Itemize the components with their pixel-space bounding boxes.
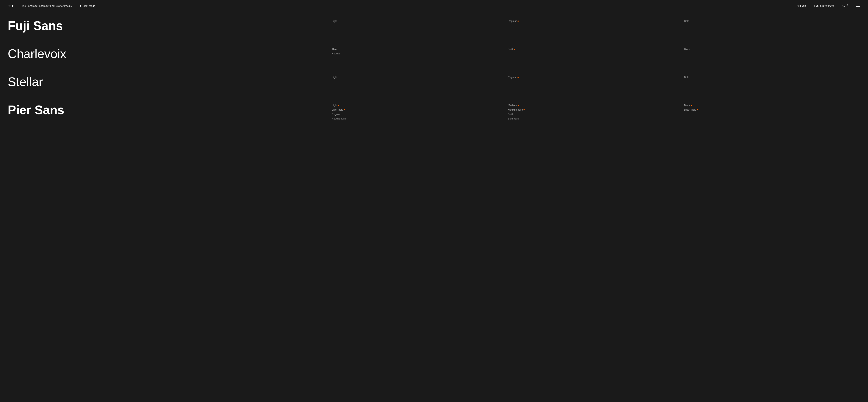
weight-item[interactable]: Bold — [508, 113, 684, 115]
weight-item[interactable]: Regular — [508, 76, 684, 79]
light-mode-toggle[interactable]: Light Mode — [80, 4, 95, 7]
weight-col-stellar-1: Light — [332, 76, 508, 79]
weight-item[interactable]: Bold — [684, 20, 860, 23]
in-pack-dot-icon — [518, 21, 519, 22]
weight-item[interactable]: Medium Italic — [508, 108, 684, 111]
font-name-col-pier: Pier Sans — [8, 104, 332, 116]
font-row-stellar: Stellar Light Regular Bold — [8, 68, 860, 96]
in-pack-dot-icon — [518, 105, 519, 106]
weight-col-charlevoix-3: Black — [684, 47, 860, 55]
hamburger-icon[interactable] — [856, 5, 860, 7]
weights-area-charlevoix: Thin Regular Bold Black — [332, 47, 860, 55]
light-mode-dot-icon — [80, 5, 81, 7]
font-name-col-fuji: Fuji Sans — [8, 20, 332, 32]
weight-item[interactable]: Bold — [508, 47, 684, 51]
font-name-pier-sans[interactable]: Pier Sans — [8, 104, 328, 116]
font-starter-pack-link[interactable]: Font Starter Pack — [814, 4, 834, 7]
in-pack-dot-icon — [338, 105, 339, 106]
weight-item[interactable]: Regular — [508, 20, 684, 23]
hamburger-line-1 — [856, 5, 860, 5]
weight-item[interactable]: Black — [684, 104, 860, 107]
font-name-stellar[interactable]: Stellar — [8, 76, 328, 88]
in-pack-dot-icon — [518, 77, 519, 78]
weight-item[interactable]: Light — [332, 76, 508, 79]
weight-col-pier-1: Light Light Italic Regular Regular Itali… — [332, 104, 508, 120]
weight-col-pier-2: Medium Medium Italic Bold Bold Italic — [508, 104, 684, 120]
weight-item[interactable]: Black — [684, 47, 860, 51]
weight-item[interactable]: Regular — [332, 52, 508, 55]
page-title: The Pangram Pangram® Font Starter Pack 5 — [22, 4, 72, 7]
weights-area-stellar: Light Regular Bold — [332, 76, 860, 79]
in-pack-dot-icon — [691, 105, 692, 106]
in-pack-dot-icon — [344, 109, 345, 110]
weight-item[interactable]: Bold Italic — [508, 117, 684, 120]
weights-area-fuji: Light Regular Bold — [332, 20, 860, 23]
weight-item[interactable]: Regular Italic — [332, 117, 508, 120]
logo-dot: • — [11, 4, 12, 7]
in-pack-dot-icon — [697, 109, 698, 110]
weight-item[interactable]: Light — [332, 20, 508, 23]
weight-col-fuji-2: Regular — [508, 20, 684, 23]
navbar-left: PP•F The Pangram Pangram® Font Starter P… — [8, 4, 95, 7]
weight-col-stellar-3: Bold — [684, 76, 860, 79]
weight-item[interactable]: Light Italic — [332, 108, 508, 111]
all-fonts-link[interactable]: All Fonts — [797, 4, 807, 7]
navbar-right: All Fonts Font Starter Pack Cart 0 — [797, 4, 860, 7]
font-row-fuji-sans: Fuji Sans Light Regular Bold — [8, 12, 860, 40]
weight-item[interactable]: Bold — [684, 76, 860, 79]
weights-area-pier: Light Light Italic Regular Regular Itali… — [332, 104, 860, 120]
font-row-charlevoix: Charlevoix Thin Regular Bold Black — [8, 40, 860, 68]
hamburger-line-2 — [856, 6, 860, 7]
cart-label[interactable]: Cart 0 — [842, 4, 848, 7]
weight-col-charlevoix-2: Bold — [508, 47, 684, 55]
navbar: PP•F The Pangram Pangram® Font Starter P… — [0, 0, 868, 12]
logo[interactable]: PP•F — [8, 4, 14, 7]
weight-col-pier-3: Black Black Italic — [684, 104, 860, 120]
weight-col-fuji-3: Bold — [684, 20, 860, 23]
font-list: Fuji Sans Light Regular Bold Charlevoix … — [0, 12, 868, 128]
weight-item[interactable]: Medium — [508, 104, 684, 107]
weight-item[interactable]: Black Italic — [684, 108, 860, 111]
light-mode-label: Light Mode — [83, 4, 95, 7]
font-name-fuji-sans[interactable]: Fuji Sans — [8, 20, 328, 32]
font-name-col-charlevoix: Charlevoix — [8, 47, 332, 60]
font-name-charlevoix[interactable]: Charlevoix — [8, 47, 328, 60]
weight-col-stellar-2: Regular — [508, 76, 684, 79]
weight-col-charlevoix-1: Thin Regular — [332, 47, 508, 55]
weight-item[interactable]: Regular — [332, 113, 508, 115]
font-name-col-stellar: Stellar — [8, 76, 332, 88]
in-pack-dot-icon — [514, 48, 515, 50]
weight-col-fuji-1: Light — [332, 20, 508, 23]
weight-item[interactable]: Light — [332, 104, 508, 107]
cart-count: 0 — [847, 4, 848, 6]
weight-item[interactable]: Thin — [332, 47, 508, 51]
in-pack-dot-icon — [524, 109, 525, 110]
font-row-pier-sans: Pier Sans Light Light Italic Regular Reg… — [8, 96, 860, 128]
